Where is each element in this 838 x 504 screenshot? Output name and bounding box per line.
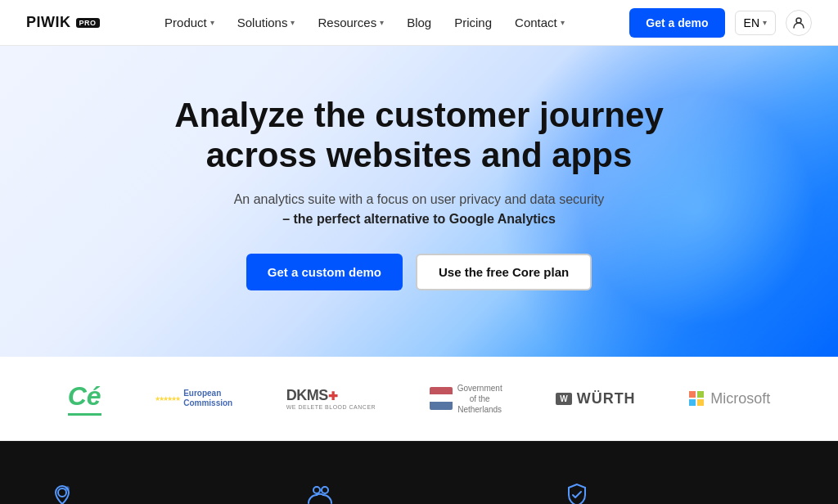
logo-microsoft: Microsoft [689,390,770,407]
nav-solutions[interactable]: Solutions ▾ [237,16,295,29]
chevron-down-icon: ▾ [380,18,384,27]
nav-resources[interactable]: Resources ▾ [318,16,384,29]
hero-subtitle: An analytics suite with a focus on user … [234,190,605,229]
get-custom-demo-button[interactable]: Get a custom demo [246,254,403,290]
chevron-down-icon: ▾ [210,18,214,27]
users-icon [307,482,532,504]
shield-icon [564,482,789,504]
nav-right: Get a demo EN ▾ [629,8,812,38]
logo-wurth: W WÜRTH [556,390,635,407]
logo-text: PIWIK [26,14,71,31]
svg-point-5 [322,487,328,493]
partner-logos: Cé ★★★ ★★★ EuropeanCommission DKMS✚ WE D… [0,357,838,441]
nav-links: Product ▾ Solutions ▾ Resources ▾ Blog P… [164,16,565,29]
feature-customer-journey: Optimize the customer journey where it w… [49,482,274,504]
navigation: PIWIK PRO Product ▾ Solutions ▾ Resource… [0,0,838,46]
user-account-icon[interactable] [786,10,812,36]
nav-contact[interactable]: Contact ▾ [515,16,565,29]
chevron-down-icon: ▾ [561,18,565,27]
hero-title: Analyze the customer journey across webs… [124,96,714,175]
logo-badge: PRO [76,18,100,28]
features-section: Optimize the customer journey where it w… [0,441,838,504]
nav-blog[interactable]: Blog [407,16,431,29]
get-demo-button[interactable]: Get a demo [629,8,724,38]
logo-european-commission: ★★★ ★★★ EuropeanCommission [155,389,232,408]
logo-credit-agricole: Cé [68,381,101,416]
svg-point-0 [796,18,801,23]
nav-product[interactable]: Product ▾ [164,16,214,29]
logo[interactable]: PIWIK PRO [26,14,100,31]
nav-pricing[interactable]: Pricing [454,16,492,29]
logo-government-netherlands: Governmentof theNetherlands [430,383,502,415]
feature-customer-care: Get high-touch customer care and consult… [307,482,532,504]
hero-section: Analyze the customer journey across webs… [0,46,838,357]
hero-buttons: Get a custom demo Use the free Core plan [246,254,592,290]
svg-point-4 [313,487,320,493]
logo-dkms: DKMS✚ WE DELETE BLOOD CANCER [286,387,376,410]
svg-point-3 [66,488,69,490]
free-core-plan-button[interactable]: Use the free Core plan [416,254,592,290]
chevron-down-icon: ▾ [763,18,767,27]
language-selector[interactable]: EN ▾ [735,11,776,35]
chevron-down-icon: ▾ [291,18,295,27]
feature-data-privacy: Get more flexibility to handle data priv… [564,482,789,504]
map-pin-icon [49,482,274,504]
